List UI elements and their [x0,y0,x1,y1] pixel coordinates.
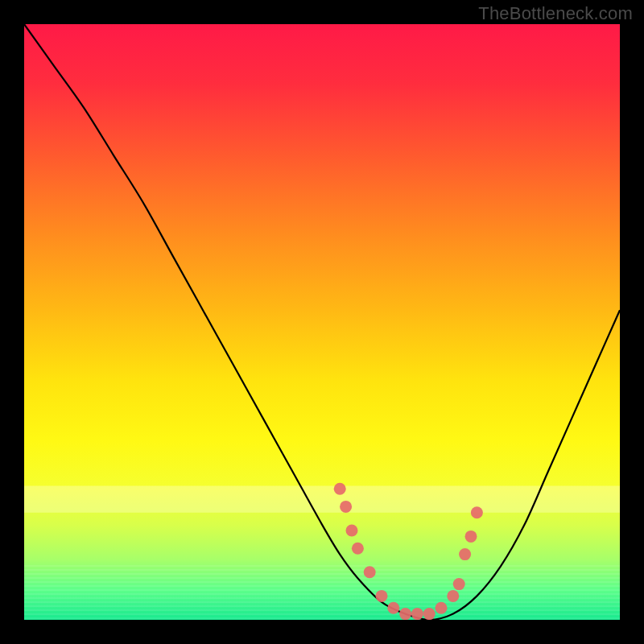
scatter-point [376,590,388,602]
scatter-point [387,602,399,614]
watermark: TheBottleneck.com [478,3,633,24]
bottleneck-chart [24,24,620,620]
scatter-point [334,483,346,495]
chart-frame: TheBottleneck.com [0,0,644,644]
gradient-background [24,24,620,620]
plot-area [24,24,620,620]
scatter-point [471,506,483,518]
svg-rect-14 [24,486,620,513]
scatter-point [453,578,465,590]
scatter-point [465,530,477,543]
scatter-point [447,590,459,602]
scatter-point [459,548,471,560]
scatter-point [423,608,436,620]
scatter-point [346,525,358,537]
scatter-point [399,608,411,620]
scatter-point [411,608,423,620]
scatter-point [352,543,364,555]
scatter-point [436,602,448,614]
scatter-point [364,566,376,578]
scatter-point [340,501,352,513]
